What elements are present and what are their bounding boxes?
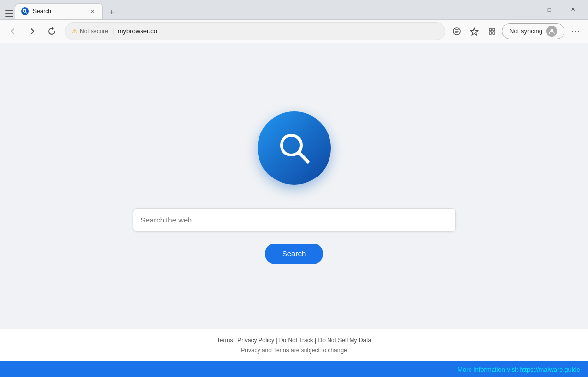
menu-icon: ⋯ (571, 26, 580, 37)
window-controls: ─ □ ✕ (515, 0, 584, 20)
new-tab-button[interactable]: + (105, 5, 118, 19)
not-secure-badge: ⚠ Not secure (72, 27, 108, 35)
minimize-button[interactable]: ─ (515, 0, 537, 20)
reading-view-button[interactable] (449, 23, 465, 39)
tab-favicon (21, 7, 29, 15)
search-logo (258, 111, 331, 185)
logo-magnifier-icon (275, 129, 314, 168)
privacy-policy-link[interactable]: Privacy Policy (237, 337, 274, 344)
sync-button[interactable]: Not syncing (502, 23, 564, 39)
do-not-track-link[interactable]: Do Not Track (279, 337, 313, 344)
title-bar: Search ✕ + ─ □ ✕ (0, 0, 588, 20)
avatar (546, 26, 557, 37)
maximize-button[interactable]: □ (538, 0, 561, 20)
footer-links: Terms | Privacy Policy | Do Not Track | … (8, 337, 580, 344)
forward-button[interactable] (24, 22, 41, 40)
url-separator: | (112, 27, 114, 35)
svg-rect-0 (5, 10, 13, 11)
bottom-bar-text: More information visit https://malware.g… (457, 366, 580, 373)
footer-area: Terms | Privacy Policy | Do Not Track | … (0, 329, 588, 361)
sidebar-toggle-button[interactable] (4, 8, 15, 19)
search-input-wrapper (133, 208, 456, 232)
search-input[interactable] (141, 216, 447, 224)
not-secure-label: Not secure (80, 28, 108, 35)
favorites-button[interactable] (467, 23, 482, 39)
back-button[interactable] (4, 22, 22, 40)
svg-rect-9 (493, 32, 495, 34)
svg-rect-1 (5, 13, 13, 14)
do-not-sell-link[interactable]: Do Not Sell My Data (318, 337, 372, 344)
svg-line-12 (299, 153, 308, 162)
search-box-container: Search (133, 208, 456, 264)
active-tab[interactable]: Search ✕ (15, 3, 103, 19)
browser-menu-button[interactable]: ⋯ (566, 22, 584, 40)
refresh-button[interactable] (43, 22, 61, 40)
warning-icon: ⚠ (72, 27, 78, 35)
svg-rect-8 (489, 32, 492, 34)
svg-rect-2 (5, 16, 13, 17)
tab-close-button[interactable]: ✕ (88, 7, 96, 16)
collections-button[interactable] (484, 23, 500, 39)
tab-strip: Search ✕ + (4, 0, 515, 19)
main-content: Search Terms | Privacy Policy | Do Not T… (0, 43, 588, 361)
address-bar[interactable]: ⚠ Not secure | mybrowser.co (65, 22, 445, 40)
terms-link[interactable]: Terms (217, 337, 233, 344)
search-button[interactable]: Search (265, 244, 324, 264)
navigation-bar: ⚠ Not secure | mybrowser.co (0, 20, 588, 43)
bottom-bar: More information visit https://malware.g… (0, 361, 588, 377)
footer-note: Privacy and Terms are subject to change (8, 347, 580, 354)
close-button[interactable]: ✕ (562, 0, 584, 20)
nav-icons (449, 23, 500, 39)
url-display: mybrowser.co (118, 27, 438, 35)
sync-label: Not syncing (509, 27, 542, 35)
svg-line-4 (25, 12, 27, 13)
svg-rect-7 (493, 28, 495, 31)
tab-title: Search (33, 8, 84, 15)
svg-rect-6 (489, 28, 492, 31)
